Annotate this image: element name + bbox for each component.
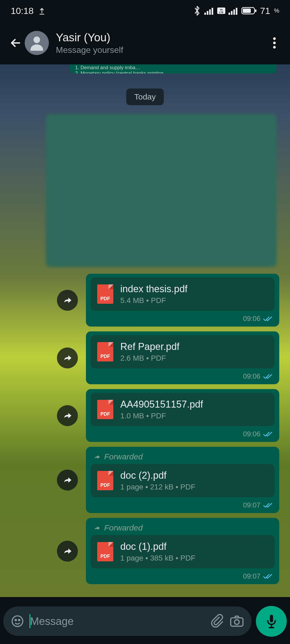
- avatar[interactable]: [25, 31, 49, 55]
- document-meta: 1 page • 385 kB • PDF: [120, 554, 195, 562]
- message-bubble[interactable]: PDF Ref Paper.pdf 2.6 MB • PDF 09:06: [86, 331, 279, 384]
- message-input[interactable]: Message: [3, 606, 252, 636]
- svg-text:LTE: LTE: [219, 11, 223, 14]
- svg-point-18: [12, 616, 23, 627]
- chat-title: Yasir (You): [56, 31, 266, 44]
- pdf-file-icon: PDF: [97, 542, 113, 561]
- message-time: 09:06: [243, 430, 260, 438]
- chat-header-text[interactable]: Yasir (You) Message yourself: [56, 31, 266, 55]
- svg-rect-2: [209, 9, 211, 15]
- bluetooth-icon: [193, 6, 201, 16]
- document-attachment[interactable]: PDF Ref Paper.pdf 2.6 MB • PDF: [91, 335, 274, 368]
- document-name: AA4905151157.pdf: [120, 399, 203, 410]
- document-attachment[interactable]: PDF AA4905151157.pdf 1.0 MB • PDF: [91, 393, 274, 426]
- forwarded-icon: [94, 454, 101, 460]
- svg-rect-23: [270, 615, 273, 622]
- forward-message-button[interactable]: [57, 290, 78, 311]
- signal-1-icon: [204, 7, 214, 15]
- forwarded-label: Forwarded: [104, 452, 143, 461]
- status-bar: 10:18 VoLTE 71%: [0, 0, 290, 21]
- forward-message-button[interactable]: [57, 347, 78, 368]
- volte-icon: VoLTE: [217, 8, 225, 14]
- previous-message-partial[interactable]: 1. Demand and supply imba… 2. Monetary p…: [70, 64, 277, 74]
- message-bubble[interactable]: PDF AA4905151157.pdf 1.0 MB • PDF 09:06: [86, 389, 279, 442]
- emoji-icon[interactable]: [11, 614, 24, 628]
- svg-rect-21: [231, 618, 243, 626]
- prev-line-2: 2. Monetary policy (central banks printi…: [75, 71, 271, 74]
- document-meta: 5.4 MB • PDF: [120, 296, 187, 305]
- pdf-file-icon: PDF: [97, 284, 113, 304]
- message-bubble[interactable]: Forwarded PDF doc (2).pdf 1 page • 212 k…: [86, 447, 279, 513]
- forwarded-tag: Forwarded: [91, 451, 274, 464]
- status-time: 10:18: [11, 6, 34, 16]
- message-time: 09:06: [243, 372, 260, 380]
- message-time: 09:07: [243, 501, 260, 509]
- message-row: PDF Ref Paper.pdf 2.6 MB • PDF 09:06: [0, 331, 279, 384]
- svg-rect-3: [212, 8, 213, 15]
- attach-icon[interactable]: [210, 614, 224, 628]
- svg-point-22: [234, 620, 239, 624]
- svg-point-15: [273, 37, 276, 40]
- prev-line-1: 1. Demand and supply imba…: [75, 65, 140, 70]
- battery-percent-sign: %: [274, 7, 279, 14]
- battery-icon: [241, 7, 257, 15]
- document-attachment[interactable]: PDF doc (2).pdf 1 page • 212 kB • PDF: [91, 464, 274, 497]
- more-options-button[interactable]: [266, 35, 282, 51]
- app-bar: Yasir (You) Message yourself: [0, 21, 290, 64]
- input-bar: Message: [3, 605, 287, 637]
- document-meta: 1.0 MB • PDF: [120, 412, 203, 420]
- read-receipt-icon: [263, 573, 272, 579]
- pdf-file-icon: PDF: [97, 400, 113, 419]
- document-name: Ref Paper.pdf: [120, 341, 179, 352]
- message-row: PDF index thesis.pdf 5.4 MB • PDF 09:06: [0, 274, 279, 327]
- document-name: doc (1).pdf: [120, 541, 195, 552]
- message-row: Forwarded PDF doc (2).pdf 1 page • 212 k…: [0, 447, 279, 513]
- messages-list: PDF index thesis.pdf 5.4 MB • PDF 09:06: [0, 274, 290, 584]
- svg-rect-12: [243, 9, 251, 13]
- pdf-file-icon: PDF: [97, 342, 113, 361]
- svg-point-19: [15, 619, 16, 621]
- pdf-file-icon: PDF: [97, 471, 113, 490]
- forward-message-button[interactable]: [57, 405, 78, 426]
- text-cursor: [30, 614, 30, 628]
- message-bubble[interactable]: Forwarded PDF doc (1).pdf 1 page • 385 k…: [86, 518, 279, 584]
- read-receipt-icon: [263, 502, 272, 508]
- chat-area[interactable]: 1. Demand and supply imba… 2. Monetary p…: [0, 64, 290, 597]
- svg-point-16: [273, 42, 276, 44]
- svg-rect-13: [255, 9, 256, 12]
- forward-message-button[interactable]: [57, 470, 78, 491]
- message-bubble[interactable]: PDF index thesis.pdf 5.4 MB • PDF 09:06: [86, 274, 279, 327]
- forwarded-icon: [94, 525, 101, 531]
- forwarded-tag: Forwarded: [91, 522, 274, 535]
- document-name: doc (2).pdf: [120, 470, 195, 481]
- message-time: 09:07: [243, 572, 260, 580]
- document-name: index thesis.pdf: [120, 283, 187, 295]
- chat-subtitle: Message yourself: [56, 45, 266, 55]
- battery-percent: 71: [260, 6, 270, 16]
- document-attachment[interactable]: PDF index thesis.pdf 5.4 MB • PDF: [91, 277, 274, 311]
- message-placeholder: Message: [30, 615, 204, 627]
- svg-point-17: [273, 46, 276, 49]
- svg-point-14: [34, 36, 40, 43]
- document-meta: 1 page • 212 kB • PDF: [120, 483, 195, 491]
- svg-rect-8: [231, 11, 233, 15]
- forwarded-label: Forwarded: [104, 523, 143, 532]
- read-receipt-icon: [263, 316, 272, 322]
- voice-record-button[interactable]: [256, 606, 287, 637]
- svg-rect-9: [233, 9, 235, 15]
- signal-2-icon: [229, 7, 238, 15]
- document-meta: 2.6 MB • PDF: [120, 354, 179, 363]
- forward-message-button[interactable]: [57, 541, 78, 562]
- read-receipt-icon: [263, 431, 272, 437]
- back-button[interactable]: [8, 35, 24, 51]
- svg-rect-7: [229, 13, 230, 15]
- svg-rect-10: [236, 8, 237, 15]
- redacted-message[interactable]: [46, 114, 277, 267]
- camera-icon[interactable]: [230, 615, 244, 627]
- document-attachment[interactable]: PDF doc (1).pdf 1 page • 385 kB • PDF: [91, 535, 274, 568]
- svg-point-20: [19, 619, 20, 621]
- message-time: 09:06: [243, 314, 260, 323]
- read-receipt-icon: [263, 374, 272, 379]
- message-row: Forwarded PDF doc (1).pdf 1 page • 385 k…: [0, 518, 279, 584]
- svg-rect-0: [204, 13, 206, 15]
